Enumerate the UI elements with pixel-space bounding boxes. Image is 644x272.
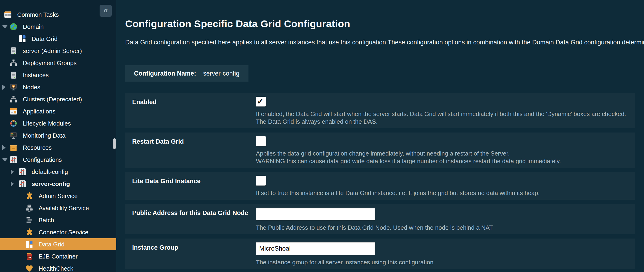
collapse-toggle-icon[interactable] <box>2 158 8 162</box>
heart-icon <box>25 264 34 272</box>
sidebar-item-instances[interactable]: Instances <box>0 69 116 81</box>
restart-data-grid-checkbox[interactable]: ✓ <box>256 136 266 146</box>
jar-icon <box>25 252 34 261</box>
form-row-restart-data-grid: Restart Data Grid ✓ Applies the data gri… <box>125 133 635 168</box>
configuration-name-label: Configuration Name: <box>134 70 196 77</box>
sidebar-item-label: server-config <box>32 181 70 187</box>
help-line: The Public Address to use for this Data … <box>256 224 635 232</box>
sidebar-item-label: Lifecycle Modules <box>23 120 71 126</box>
sidebar-item-configurations[interactable]: Configurations <box>0 154 116 166</box>
sidebar-item-label: Monitoring Data <box>23 133 66 139</box>
form-row-instance-group: Instance Group The instance group for al… <box>125 239 635 269</box>
sidebar-item-resources[interactable]: Resources <box>0 142 116 154</box>
help-line: Applies the data grid configuration chan… <box>256 150 635 157</box>
main-content: Configuration Specific Data Grid Configu… <box>116 0 644 272</box>
sidebar-item-label: Nodes <box>23 84 40 90</box>
configuration-name-panel: Configuration Name: server-config <box>125 65 248 82</box>
help-line: The Data Grid is always enabled on the D… <box>256 118 635 126</box>
sidebar-item-monitoring-data[interactable]: Monitoring Data <box>0 129 116 142</box>
sidebar-item-common-tasks[interactable]: Common Tasks <box>0 8 116 21</box>
sidebar-item-label: Data Grid <box>38 241 64 247</box>
sidebar-item-server-admin-server[interactable]: server (Admin Server) <box>0 45 116 57</box>
sidebar-item-lifecycle-modules[interactable]: Lifecycle Modules <box>0 117 116 129</box>
expand-toggle-icon[interactable] <box>2 85 6 90</box>
page-title: Configuration Specific Data Grid Configu… <box>125 18 644 29</box>
form-row-public-address: Public Address for this Data Grid Node T… <box>125 204 635 234</box>
sidebar-item-availability-service[interactable]: Availability Service <box>0 202 116 214</box>
server-icon <box>9 47 18 55</box>
enabled-checkbox[interactable]: ✓ <box>256 97 266 106</box>
help-line: If enabled, the Data Grid will start whe… <box>256 110 635 118</box>
monitor-code-icon <box>9 131 18 140</box>
sidebar-item-label: Common Tasks <box>17 12 59 18</box>
sidebar-item-healthcheck[interactable]: HealthCheck <box>0 263 116 272</box>
sidebar-scrollbar-thumb[interactable] <box>113 138 116 149</box>
box-icon <box>9 143 18 152</box>
puzzle-icon <box>25 228 34 237</box>
sidebar-item-admin-service[interactable]: Admin Service <box>0 190 116 202</box>
sidebar-collapse-button[interactable]: « <box>100 5 112 17</box>
form-row-enabled: Enabled ✓ If enabled, the Data Grid will… <box>125 93 635 128</box>
sidebar-item-label: Connector Service <box>38 229 88 235</box>
sidebar-item-label: Admin Service <box>38 193 78 199</box>
sliders-icon <box>18 180 26 188</box>
sliders-icon <box>18 168 26 176</box>
sidebar-item-data-grid[interactable]: Data Grid <box>0 33 116 45</box>
availability-icon <box>25 204 34 212</box>
sidebar-item-clusters-deprecated[interactable]: Clusters (Deprecated) <box>0 93 116 105</box>
sidebar-item-label: Batch <box>38 217 54 223</box>
sidebar-item-nodes[interactable]: Nodes <box>0 81 116 93</box>
sidebar-item-label: HealthCheck <box>38 266 73 272</box>
sidebar-item-default-config[interactable]: default-config <box>0 166 116 178</box>
double-chevron-left-icon: « <box>104 6 108 14</box>
expand-toggle-icon[interactable] <box>2 145 6 150</box>
data-grid-form: Enabled ✓ If enabled, the Data Grid will… <box>125 93 644 269</box>
monitor-play-icon <box>9 83 18 91</box>
enabled-help: If enabled, the Data Grid will start whe… <box>256 110 635 126</box>
sidebar-item-applications[interactable]: Applications <box>0 105 116 117</box>
sidebar-item-label: server (Admin Server) <box>23 48 82 54</box>
sidebar-nav: Common Tasks Domain Data Grid server (Ad… <box>0 0 116 272</box>
lite-data-grid-instance-checkbox[interactable]: ✓ <box>256 176 266 186</box>
sidebar-item-ejb-container[interactable]: EJB Container <box>0 250 116 263</box>
data-grid-icon <box>25 240 34 249</box>
sidebar-item-connector-service[interactable]: Connector Service <box>0 226 116 238</box>
puzzle-icon <box>25 192 34 200</box>
sidebar-item-label: Data Grid <box>32 36 58 42</box>
sidebar-item-deployment-groups[interactable]: Deployment Groups <box>0 57 116 69</box>
sliders-icon <box>9 156 18 164</box>
lite-data-grid-instance-help: If set to true this instance is a lite D… <box>256 189 635 197</box>
network-icon <box>9 59 18 67</box>
restart-data-grid-label: Restart Data Grid <box>132 136 256 165</box>
public-address-help: The Public Address to use for this Data … <box>256 224 635 232</box>
sidebar-item-label: Clusters (Deprecated) <box>23 96 82 102</box>
sidebar-item-label: Configurations <box>23 157 62 163</box>
help-line: The instance group for all server instan… <box>256 259 635 266</box>
server-icon <box>9 71 18 79</box>
network-icon <box>9 95 18 103</box>
sidebar-item-label: default-config <box>32 169 68 175</box>
instance-group-input[interactable] <box>256 242 375 255</box>
sidebar-item-label: Resources <box>23 145 52 151</box>
window-icon <box>9 107 18 116</box>
sidebar-item-label: Instances <box>23 72 49 78</box>
lifecycle-icon <box>9 119 18 128</box>
sidebar-item-label: Deployment Groups <box>23 60 76 66</box>
task-list-icon <box>4 10 12 19</box>
expand-toggle-icon[interactable] <box>11 181 14 186</box>
collapse-toggle-icon[interactable] <box>2 25 8 28</box>
sidebar-item-label: Applications <box>23 108 55 114</box>
enabled-label: Enabled <box>132 97 256 126</box>
public-address-label: Public Address for this Data Grid Node <box>132 208 256 232</box>
public-address-input[interactable] <box>256 208 375 220</box>
sidebar-item-domain[interactable]: Domain <box>0 21 116 33</box>
data-grid-icon <box>18 35 26 43</box>
configuration-name-value: server-config <box>203 70 240 77</box>
sidebar-item-batch[interactable]: Batch <box>0 214 116 226</box>
sidebar-item-server-config[interactable]: server-config <box>0 178 116 190</box>
sidebar-item-label: Availability Service <box>38 205 89 211</box>
sidebar-item-data-grid[interactable]: Data Grid <box>0 238 116 250</box>
admin-console-window: Common Tasks Domain Data Grid server (Ad… <box>0 0 644 272</box>
expand-toggle-icon[interactable] <box>11 169 14 174</box>
form-row-lite-data-grid-instance: Lite Data Grid Instance ✓ If set to true… <box>125 172 635 200</box>
